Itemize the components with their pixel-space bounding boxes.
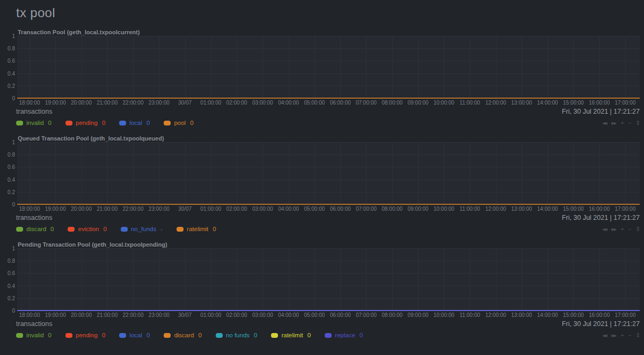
chart-block: Pending Transaction Pool (geth_local.txp… bbox=[0, 241, 644, 339]
x-axis-tick-label: 23:00:00 bbox=[149, 312, 170, 318]
v-gridline bbox=[289, 143, 289, 205]
zoom-out-icon[interactable]: − bbox=[628, 120, 631, 126]
legend-value: 0 bbox=[254, 332, 257, 338]
chart-toolbar: ◂◂▸▸+−⇕ bbox=[602, 332, 640, 338]
zoom-in-icon[interactable]: + bbox=[620, 226, 623, 232]
legend-label: discard bbox=[174, 332, 194, 338]
x-axis-tick-label: 19:00:00 bbox=[45, 100, 66, 106]
v-gridline bbox=[133, 249, 134, 311]
legend-item-ratelimit[interactable]: ratelimit0 bbox=[177, 226, 216, 232]
v-gridline bbox=[470, 143, 470, 205]
x-axis-tick-label: 01:00:00 bbox=[200, 206, 221, 212]
legend-item-invalid[interactable]: invalid0 bbox=[16, 332, 52, 338]
chart-plot-area[interactable]: 10.80.60.40.20 bbox=[17, 249, 640, 311]
v-gridline bbox=[55, 249, 56, 311]
x-axis-tick-label: 13:00:00 bbox=[511, 100, 532, 106]
legend-item-local[interactable]: local0 bbox=[119, 120, 150, 126]
v-gridline bbox=[185, 249, 186, 311]
x-axis-tick-label: 09:00:00 bbox=[407, 312, 428, 318]
v-gridline bbox=[418, 249, 419, 311]
legend-item-pending[interactable]: pending0 bbox=[65, 332, 105, 338]
zoom-out-icon[interactable]: − bbox=[628, 226, 631, 232]
x-axis-tick-label: 19:00:00 bbox=[45, 312, 66, 318]
v-gridline bbox=[599, 143, 600, 205]
legend-item-invalid[interactable]: invalid0 bbox=[16, 120, 52, 126]
series-zero-line bbox=[17, 310, 640, 311]
x-axis-tick-label: 09:00:00 bbox=[407, 100, 428, 106]
legend-item-pool[interactable]: pool0 bbox=[164, 120, 193, 126]
chart-footer-row: discard0eviction0no_funds-ratelimit0 ◂◂▸… bbox=[16, 225, 640, 233]
chart-legend: invalid0pending0local0pool0 bbox=[16, 120, 194, 126]
legend-label: pool bbox=[174, 120, 186, 126]
x-axis-track: 18:00:0019:00:0020:00:0021:00:0022:00:00… bbox=[30, 100, 625, 106]
v-gridline bbox=[314, 249, 315, 311]
x-axis-tick-label: 10:00:00 bbox=[434, 100, 455, 106]
legend-item-replace[interactable]: replace0 bbox=[325, 332, 363, 338]
x-axis-tick-label: 17:00:00 bbox=[615, 206, 636, 212]
zoom-in-icon[interactable]: + bbox=[620, 332, 623, 338]
v-gridline bbox=[314, 143, 315, 205]
legend-item-no-funds[interactable]: no_funds- bbox=[121, 226, 163, 232]
pan-forward-icon[interactable]: ▸▸ bbox=[611, 332, 616, 338]
chart-timestamp: Fri, 30 Jul 2021 | 17:21:27 bbox=[562, 214, 640, 221]
series-zero-line bbox=[17, 204, 640, 205]
resize-icon[interactable]: ⇕ bbox=[635, 226, 640, 232]
legend-value: 0 bbox=[147, 120, 150, 126]
pan-forward-icon[interactable]: ▸▸ bbox=[611, 120, 616, 126]
x-axis-tick-label: 16:00:00 bbox=[589, 100, 610, 106]
pan-backward-icon[interactable]: ◂◂ bbox=[602, 226, 606, 232]
x-axis: 18:00:0019:00:0020:00:0021:00:0022:00:00… bbox=[17, 312, 640, 319]
x-axis-track: 18:00:0019:00:0020:00:0021:00:0022:00:00… bbox=[30, 312, 625, 319]
legend-value: 0 bbox=[48, 332, 52, 338]
legend-label: invalid bbox=[26, 332, 44, 338]
zoom-out-icon[interactable]: − bbox=[628, 332, 631, 338]
resize-icon[interactable]: ⇕ bbox=[635, 332, 640, 338]
y-axis-tick-label: 0.8 bbox=[8, 152, 15, 158]
v-gridline bbox=[573, 143, 574, 205]
pan-backward-icon[interactable]: ◂◂ bbox=[602, 120, 606, 126]
legend-item-discard[interactable]: discard0 bbox=[164, 332, 201, 338]
y-axis-tick-label: 0.6 bbox=[8, 271, 15, 276]
v-gridline bbox=[625, 249, 626, 311]
zoom-in-icon[interactable]: + bbox=[620, 120, 623, 126]
legend-label: pending bbox=[76, 120, 98, 126]
legend-item-eviction[interactable]: eviction0 bbox=[68, 226, 106, 232]
vertical-gridlines bbox=[30, 249, 625, 311]
x-axis-tick-label: 06:00:00 bbox=[330, 206, 351, 212]
legend-item-local[interactable]: local0 bbox=[119, 332, 150, 338]
legend-swatch-icon bbox=[16, 227, 23, 232]
v-gridline bbox=[237, 249, 237, 311]
legend-item-discard[interactable]: discard0 bbox=[16, 226, 54, 232]
x-axis-tick-label: 14:00:00 bbox=[537, 100, 558, 106]
chart-timestamp: Fri, 30 Jul 2021 | 17:21:27 bbox=[562, 320, 640, 328]
units-label: transactions bbox=[16, 214, 52, 221]
legend-value: 0 bbox=[360, 332, 363, 338]
y-axis-tick-label: 0 bbox=[12, 96, 15, 101]
x-axis-tick-label: 11:00:00 bbox=[459, 100, 480, 106]
v-gridline bbox=[470, 36, 470, 99]
x-axis-tick-label: 10:00:00 bbox=[434, 312, 455, 318]
y-axis: 10.80.60.40.20 bbox=[0, 36, 15, 99]
y-axis-tick-label: 1 bbox=[12, 140, 15, 145]
x-axis-tick-label: 02:00:00 bbox=[226, 100, 247, 106]
pan-forward-icon[interactable]: ▸▸ bbox=[611, 226, 616, 232]
y-axis-tick-label: 0 bbox=[12, 308, 15, 314]
v-gridline bbox=[547, 36, 548, 99]
legend-label: local bbox=[129, 120, 142, 126]
legend-item-pending[interactable]: pending0 bbox=[65, 120, 105, 126]
chart-plot-area[interactable]: 10.80.60.40.20 bbox=[17, 36, 640, 99]
units-label: transactions bbox=[16, 320, 52, 328]
legend-item-no-funds[interactable]: no funds0 bbox=[216, 332, 258, 338]
legend-label: eviction bbox=[78, 226, 99, 232]
vertical-gridlines bbox=[30, 36, 625, 99]
x-axis-tick-label: 01:00:00 bbox=[200, 100, 221, 106]
v-gridline bbox=[366, 143, 367, 205]
x-axis-tick-label: 01:00:00 bbox=[200, 312, 221, 318]
resize-icon[interactable]: ⇕ bbox=[635, 120, 640, 126]
pan-backward-icon[interactable]: ◂◂ bbox=[602, 332, 606, 338]
chart-plot-area[interactable]: 10.80.60.40.20 bbox=[17, 143, 640, 205]
x-axis-tick-label: 08:00:00 bbox=[382, 100, 402, 106]
v-gridline bbox=[107, 143, 108, 205]
chart-block: Queued Transaction Pool (geth_local.txpo… bbox=[0, 135, 644, 233]
legend-item-ratelimit[interactable]: ratelimit0 bbox=[271, 332, 311, 338]
